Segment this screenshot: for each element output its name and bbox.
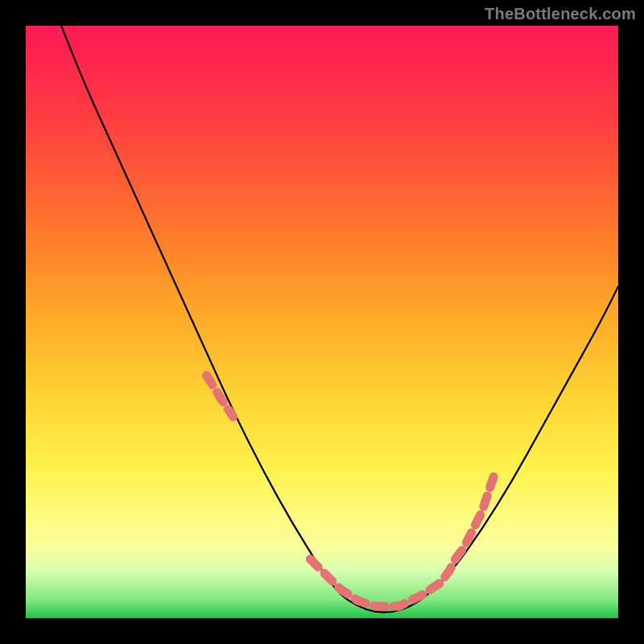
watermark-text: TheBottleneck.com bbox=[485, 5, 636, 23]
chart-frame: TheBottleneck.com bbox=[0, 0, 644, 644]
curve-layer bbox=[26, 26, 618, 618]
plot-area bbox=[26, 26, 618, 618]
main-curve bbox=[61, 26, 618, 613]
overlay-dash bbox=[310, 476, 493, 606]
